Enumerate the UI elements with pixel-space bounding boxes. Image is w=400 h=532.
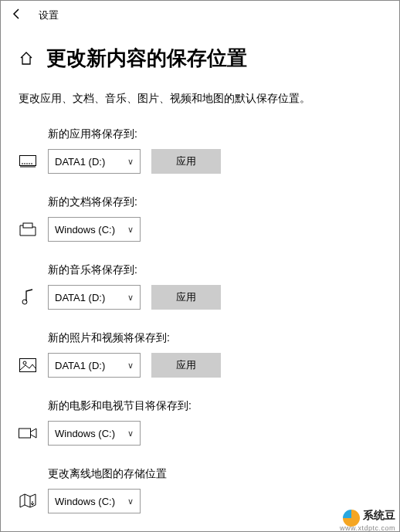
svg-point-8 bbox=[22, 300, 27, 304]
music-label: 新的音乐将保存到: bbox=[0, 263, 400, 277]
music-apply-button[interactable]: 应用 bbox=[151, 285, 221, 310]
svg-rect-7 bbox=[23, 223, 32, 228]
photos-apply-button[interactable]: 应用 bbox=[151, 353, 221, 378]
documents-icon bbox=[19, 220, 37, 239]
apps-icon bbox=[19, 152, 37, 171]
chevron-down-icon: ∨ bbox=[127, 293, 134, 303]
maps-label: 更改离线地图的存储位置 bbox=[0, 467, 400, 481]
apps-drive-dropdown[interactable]: DATA1 (D:) ∨ bbox=[48, 149, 141, 174]
svg-point-10 bbox=[23, 361, 26, 364]
maps-drive-value: Windows (C:) bbox=[55, 496, 115, 507]
back-button[interactable] bbox=[9, 8, 25, 23]
page-title: 更改新内容的保存位置 bbox=[46, 45, 247, 72]
chevron-down-icon: ∨ bbox=[127, 225, 134, 235]
window-title: 设置 bbox=[39, 8, 59, 22]
music-icon bbox=[19, 288, 37, 307]
chevron-down-icon: ∨ bbox=[127, 429, 134, 439]
video-icon bbox=[19, 424, 37, 442]
docs-label: 新的文档将保存到: bbox=[0, 195, 400, 209]
watermark: 系统豆 www.xtdptc.com bbox=[343, 509, 395, 527]
docs-drive-dropdown[interactable]: Windows (C:) ∨ bbox=[48, 217, 141, 242]
chevron-down-icon: ∨ bbox=[127, 496, 134, 507]
svg-rect-6 bbox=[20, 167, 36, 168]
home-icon[interactable] bbox=[19, 51, 34, 66]
music-drive-dropdown[interactable]: DATA1 (D:) ∨ bbox=[48, 285, 141, 310]
maps-icon bbox=[19, 492, 37, 510]
photos-label: 新的照片和视频将保存到: bbox=[0, 331, 400, 345]
chevron-down-icon: ∨ bbox=[127, 361, 134, 371]
apps-label: 新的应用将保存到: bbox=[0, 127, 400, 141]
movies-label: 新的电影和电视节目将保存到: bbox=[0, 399, 400, 413]
maps-drive-dropdown[interactable]: Windows (C:) ∨ bbox=[48, 489, 141, 513]
svg-rect-11 bbox=[19, 429, 31, 438]
chevron-down-icon: ∨ bbox=[127, 157, 134, 167]
photos-drive-dropdown[interactable]: DATA1 (D:) ∨ bbox=[48, 353, 141, 378]
movies-drive-value: Windows (C:) bbox=[55, 428, 115, 439]
apps-apply-button[interactable]: 应用 bbox=[151, 149, 221, 174]
watermark-text: 系统豆 bbox=[363, 509, 395, 521]
page-description: 更改应用、文档、音乐、图片、视频和地图的默认保存位置。 bbox=[0, 72, 400, 106]
svg-rect-0 bbox=[20, 156, 36, 166]
movies-drive-dropdown[interactable]: Windows (C:) ∨ bbox=[48, 421, 141, 446]
watermark-url: www.xtdptc.com bbox=[340, 524, 395, 532]
photos-drive-value: DATA1 (D:) bbox=[55, 360, 105, 371]
docs-drive-value: Windows (C:) bbox=[55, 224, 115, 236]
music-drive-value: DATA1 (D:) bbox=[55, 292, 105, 303]
photos-icon bbox=[19, 356, 37, 374]
apps-drive-value: DATA1 (D:) bbox=[55, 156, 105, 168]
